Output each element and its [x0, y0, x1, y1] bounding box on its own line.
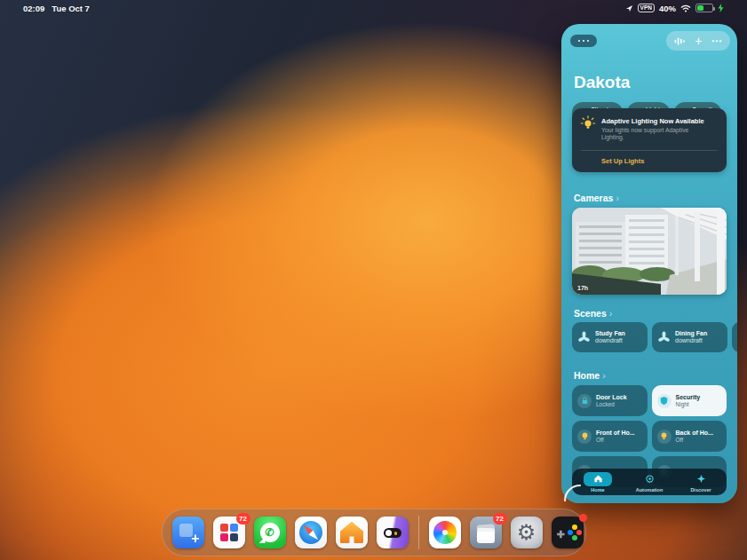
scenes-row: Study Fandowndraft Dining Fandowndraft [572, 322, 737, 352]
accessory-state: Off [676, 437, 713, 444]
slideover-corner-indicator-icon [563, 484, 581, 501]
battery-charge-fill [697, 5, 703, 11]
toggle-app-icon [377, 517, 409, 548]
dock-app-stacked-cards[interactable]: 72 [470, 517, 502, 548]
scene-name-line2: downdraft [595, 337, 625, 344]
set-up-lights-button[interactable]: Set Up Lights [601, 157, 644, 165]
blue-plus-app-icon: + [172, 517, 204, 548]
dock: + 72 ✆ [162, 509, 586, 556]
battery-icon [695, 4, 713, 12]
status-bar: 02:09 Tue Oct 7 VPN 40% [0, 0, 747, 16]
wifi-icon [680, 4, 691, 12]
location-icon [625, 4, 633, 12]
settings-gear-icon: ⚙ [511, 517, 543, 548]
dock-app-safari[interactable] [295, 517, 327, 548]
scenes-section-header[interactable]: Scenes› [574, 308, 612, 319]
vpn-badge-icon: VPN [638, 4, 655, 12]
scene-name: Dining Fan [675, 330, 707, 338]
dock-app-dark-game[interactable]: ✚ [552, 517, 584, 548]
scene-tile-partial[interactable] [732, 322, 737, 352]
accessory-name: Security [676, 394, 701, 402]
scene-name: Study Fan [595, 330, 625, 338]
chevron-right-icon: › [616, 193, 619, 203]
home-app-tab-bar: Home Automation Discover [572, 469, 727, 495]
dock-app-photos[interactable] [429, 517, 461, 548]
fan-icon [657, 331, 671, 344]
more-options-button[interactable]: ⋯ [711, 35, 723, 46]
fan-icon [577, 331, 591, 344]
tab-label: Automation [636, 487, 664, 493]
lock-icon [577, 394, 592, 408]
notification-dot-badge [579, 514, 587, 522]
accessory-state: Night [676, 401, 701, 408]
window-controls-icon [578, 40, 581, 43]
tab-label: Discover [690, 487, 711, 493]
banner-divider [581, 150, 718, 151]
clock: 02:09 [23, 4, 44, 13]
shield-icon [657, 394, 672, 408]
cameras-section-header[interactable]: Cameras› [574, 193, 619, 203]
banner-subtitle: Your lights now support Adaptive Lightin… [601, 127, 696, 141]
discover-icon [696, 474, 706, 484]
camera-preview-tile[interactable]: 17h [572, 208, 727, 295]
dock-divider [418, 516, 419, 549]
section-label: Scenes [574, 308, 607, 319]
charging-bolt-icon [718, 4, 724, 12]
whatsapp-icon: ✆ [254, 517, 286, 548]
ipad-screen: 02:09 Tue Oct 7 VPN 40% + ⋯ Dakota [0, 0, 747, 560]
accessory-name: Back of Ho... [676, 430, 713, 438]
notification-badge: 72 [236, 513, 250, 525]
section-label: Home [574, 370, 600, 381]
accessory-tile-security[interactable]: SecurityNight [652, 385, 727, 416]
window-controls-pill[interactable] [570, 35, 597, 47]
dock-app-colorful-tiles[interactable]: 72 [213, 517, 245, 548]
scene-name-line2: downdraft [675, 337, 707, 344]
tab-label: Home [591, 487, 604, 493]
lightbulb-icon [577, 430, 592, 444]
home-name-title[interactable]: Dakota [574, 73, 630, 92]
tab-discover[interactable]: Discover [678, 472, 724, 493]
house-icon [593, 474, 603, 484]
date: Tue Oct 7 [52, 4, 90, 13]
automation-icon [645, 474, 655, 484]
home-app-icon [336, 517, 368, 548]
dock-app-whatsapp[interactable]: ✆ [254, 517, 286, 548]
camera-timestamp: 17h [577, 285, 588, 291]
bulb-rays-icon [580, 115, 596, 131]
chevron-right-icon: › [609, 308, 613, 319]
home-app-window: + ⋯ Dakota Climate26.5–32.0° Lights3 On … [561, 24, 737, 503]
add-button[interactable]: + [695, 35, 702, 47]
accessory-tile-door-lock[interactable]: Door LockLocked [572, 385, 648, 416]
safari-icon [295, 517, 327, 548]
dictation-wave-icon[interactable] [674, 36, 686, 46]
home-section-header[interactable]: Home› [574, 370, 606, 381]
accessory-state: Off [596, 437, 635, 444]
dock-app-toggle[interactable] [377, 517, 409, 548]
accessory-tile-back-light[interactable]: Back of Ho...Off [652, 421, 727, 452]
accessory-name: Front of Ho... [596, 430, 635, 438]
dock-app-home[interactable] [336, 517, 368, 548]
adaptive-lighting-banner: Adaptive Lighting Now Available Your lig… [572, 108, 727, 172]
accessory-state: Locked [596, 401, 627, 408]
tab-automation[interactable]: Automation [626, 472, 672, 493]
tab-home[interactable]: Home [575, 472, 621, 493]
section-label: Cameras [574, 193, 613, 203]
scene-tile-study-fan[interactable]: Study Fandowndraft [572, 322, 648, 352]
banner-title: Adaptive Lighting Now Available [601, 117, 719, 125]
scene-tile-dining-fan[interactable]: Dining Fandowndraft [652, 322, 727, 352]
chevron-right-icon: › [602, 370, 606, 381]
dock-app-blue-plus[interactable]: + [172, 517, 204, 548]
dark-game-app-icon: ✚ [552, 517, 584, 548]
panel-header: + ⋯ [570, 31, 730, 51]
header-actions: + ⋯ [666, 31, 730, 51]
accessory-name: Door Lock [596, 394, 627, 402]
notification-badge: 72 [493, 513, 507, 525]
accessory-tile-front-light[interactable]: Front of Ho...Off [572, 421, 648, 452]
photos-icon [429, 517, 461, 548]
camera-snapshot-image [572, 208, 727, 295]
dock-app-settings[interactable]: ⚙ [511, 517, 543, 548]
battery-percent: 40% [659, 4, 676, 13]
lightbulb-icon [657, 430, 672, 444]
